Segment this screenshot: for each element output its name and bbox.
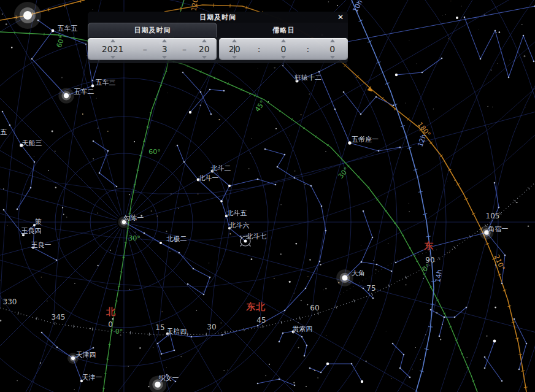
date-separator: – [177, 38, 192, 60]
hour-field: 20 [219, 38, 250, 60]
close-icon[interactable]: ✕ [337, 12, 344, 22]
year-value[interactable]: 2021 [102, 45, 124, 53]
dialog-titlebar[interactable]: 日期及时间 ✕ [88, 12, 348, 23]
day-value[interactable]: 20 [199, 45, 210, 53]
month-field: 3 [152, 38, 177, 60]
tab-julian-day-label: 儒略日 [273, 26, 295, 35]
dialog-tabs: 日期及时间 儒略日 [88, 23, 348, 37]
date-time-dialog: 日期及时间 ✕ 日期及时间 儒略日 2021 – 3 [88, 12, 348, 63]
date-spinbox: 2021 – 3 – 20 [88, 38, 217, 60]
spin-down-icon[interactable] [330, 56, 335, 59]
stellarium-window: 五车五五车二五车三天船三策王良四王良一勾陈一北极二北斗二北斗一北斗五北斗六北斗七… [0, 0, 535, 392]
tab-julian-day[interactable]: 儒略日 [220, 23, 348, 37]
minute-value[interactable]: 0 [281, 45, 287, 53]
spin-row: 2021 – 3 – 20 20 [88, 38, 348, 60]
tab-date-time[interactable]: 日期及时间 [88, 23, 217, 37]
spin-down-icon[interactable] [202, 56, 207, 59]
spin-down-icon[interactable] [281, 56, 286, 59]
spin-up-icon[interactable] [281, 39, 286, 42]
second-field: 0 [317, 38, 348, 60]
spin-down-icon[interactable] [162, 56, 167, 59]
hour-value[interactable]: 20 [229, 45, 241, 53]
second-value[interactable]: 0 [329, 45, 335, 53]
spin-down-icon[interactable] [232, 56, 237, 59]
month-value[interactable]: 3 [162, 45, 167, 53]
tab-date-time-label: 日期及时间 [134, 26, 171, 35]
day-field: 20 [191, 38, 217, 60]
spin-down-icon[interactable] [110, 56, 115, 59]
spin-up-icon[interactable] [162, 39, 167, 42]
dialog-title: 日期及时间 [199, 13, 236, 22]
spin-up-icon[interactable] [202, 39, 207, 42]
year-field: 2021 [88, 38, 137, 60]
spin-up-icon[interactable] [330, 39, 335, 42]
minute-field: 0 [268, 38, 299, 60]
time-colon: : [299, 38, 317, 60]
spin-up-icon[interactable] [232, 39, 237, 42]
time-colon: : [250, 38, 268, 60]
spin-up-icon[interactable] [110, 39, 115, 42]
date-separator: – [137, 38, 152, 60]
time-spinbox: 20 : 0 : 0 [219, 38, 348, 60]
